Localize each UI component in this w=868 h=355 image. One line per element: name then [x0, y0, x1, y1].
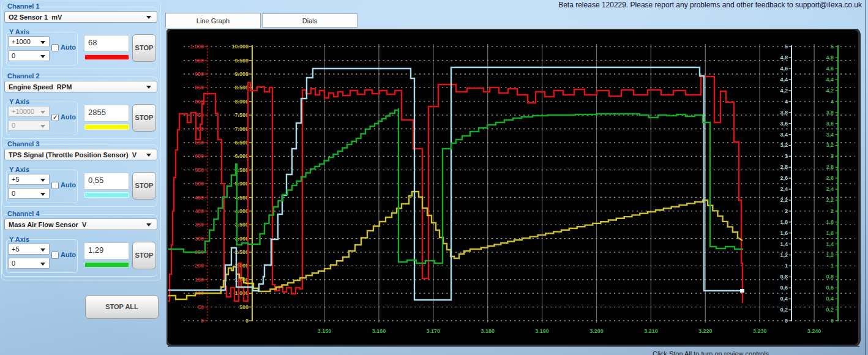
svg-text:3,4: 3,4 — [780, 132, 788, 138]
svg-text:3.210: 3.210 — [644, 328, 658, 334]
svg-text:300: 300 — [195, 236, 204, 242]
svg-text:2,2: 2,2 — [780, 197, 788, 203]
svg-text:600: 600 — [195, 153, 204, 159]
svg-text:2,4: 2,4 — [826, 186, 834, 192]
svg-text:10.000: 10.000 — [231, 43, 249, 50]
svg-text:3.220: 3.220 — [698, 328, 713, 334]
svg-text:1.000: 1.000 — [234, 290, 249, 296]
svg-text:5: 5 — [785, 43, 788, 50]
svg-text:350: 350 — [195, 222, 204, 228]
svg-text:0: 0 — [201, 318, 204, 324]
svg-text:0,8: 0,8 — [780, 274, 788, 280]
svg-text:7.500: 7.500 — [234, 112, 249, 118]
svg-text:1,6: 1,6 — [826, 230, 834, 236]
svg-text:2,4: 2,4 — [780, 186, 788, 192]
svg-text:3.180: 3.180 — [481, 328, 495, 334]
svg-text:0: 0 — [831, 318, 834, 324]
svg-text:9.500: 9.500 — [234, 58, 249, 64]
svg-text:200: 200 — [195, 263, 204, 269]
svg-text:900: 900 — [195, 71, 204, 77]
svg-text:0,2: 0,2 — [826, 307, 834, 313]
svg-text:3.240: 3.240 — [807, 328, 821, 334]
svg-text:6.000: 6.000 — [234, 153, 249, 159]
svg-text:2,8: 2,8 — [826, 164, 834, 170]
svg-text:850: 850 — [195, 84, 204, 91]
svg-text:9.000: 9.000 — [234, 71, 249, 77]
svg-text:1,4: 1,4 — [826, 241, 834, 247]
svg-text:1,8: 1,8 — [780, 219, 788, 225]
svg-text:0: 0 — [785, 318, 788, 324]
svg-text:5: 5 — [831, 43, 834, 50]
svg-text:1,2: 1,2 — [826, 252, 834, 258]
svg-text:450: 450 — [195, 195, 204, 201]
svg-text:7.000: 7.000 — [234, 126, 249, 132]
svg-text:3: 3 — [785, 153, 788, 159]
svg-text:2,6: 2,6 — [780, 175, 788, 181]
svg-text:2,8: 2,8 — [780, 164, 788, 170]
svg-text:4,4: 4,4 — [826, 77, 834, 83]
svg-text:4: 4 — [831, 99, 834, 105]
svg-text:0,6: 0,6 — [780, 285, 788, 291]
svg-text:2,2: 2,2 — [826, 197, 834, 203]
svg-text:0,6: 0,6 — [826, 285, 834, 291]
svg-text:4: 4 — [785, 99, 788, 105]
svg-text:3,2: 3,2 — [826, 142, 834, 148]
svg-text:4,6: 4,6 — [780, 65, 788, 72]
svg-text:1,8: 1,8 — [826, 219, 834, 225]
svg-text:4,8: 4,8 — [780, 54, 788, 61]
svg-text:1: 1 — [831, 263, 834, 269]
svg-text:650: 650 — [195, 140, 204, 146]
svg-text:500: 500 — [195, 181, 204, 187]
svg-text:550: 550 — [195, 167, 204, 173]
svg-text:3,2: 3,2 — [780, 142, 788, 148]
svg-text:950: 950 — [195, 58, 204, 64]
svg-text:2: 2 — [831, 208, 834, 214]
svg-text:3.230: 3.230 — [753, 328, 767, 334]
svg-text:0,4: 0,4 — [826, 296, 834, 302]
svg-text:3,4: 3,4 — [826, 132, 834, 138]
svg-text:1,6: 1,6 — [780, 230, 788, 236]
svg-text:6.500: 6.500 — [234, 140, 249, 146]
svg-text:4,2: 4,2 — [826, 88, 834, 94]
svg-text:3,8: 3,8 — [780, 110, 788, 116]
svg-text:3.150: 3.150 — [318, 328, 332, 334]
svg-text:50: 50 — [198, 304, 204, 310]
svg-text:3.200: 3.200 — [589, 328, 604, 334]
svg-text:1.000: 1.000 — [190, 43, 204, 50]
svg-text:4,2: 4,2 — [780, 88, 788, 94]
svg-text:3.190: 3.190 — [535, 328, 549, 334]
svg-text:8.000: 8.000 — [234, 99, 249, 105]
svg-text:1,2: 1,2 — [780, 252, 788, 258]
svg-text:2,6: 2,6 — [826, 175, 834, 181]
svg-text:3.170: 3.170 — [427, 328, 441, 334]
svg-text:4,4: 4,4 — [780, 77, 788, 83]
svg-text:3,6: 3,6 — [780, 121, 788, 127]
svg-text:4,6: 4,6 — [826, 65, 834, 72]
svg-text:3.160: 3.160 — [372, 328, 386, 334]
svg-text:0,8: 0,8 — [826, 274, 834, 280]
svg-text:3: 3 — [831, 153, 834, 159]
svg-text:4,8: 4,8 — [826, 54, 834, 61]
svg-text:0,4: 0,4 — [780, 296, 788, 302]
svg-text:150: 150 — [195, 277, 204, 283]
svg-text:0: 0 — [245, 318, 249, 324]
svg-text:500: 500 — [239, 304, 249, 310]
svg-text:0,2: 0,2 — [780, 307, 788, 313]
svg-text:8.500: 8.500 — [234, 84, 249, 91]
svg-text:1,4: 1,4 — [780, 241, 788, 247]
svg-text:2: 2 — [785, 208, 788, 214]
svg-text:3,8: 3,8 — [826, 110, 834, 116]
svg-text:3,6: 3,6 — [826, 121, 834, 127]
svg-text:1: 1 — [785, 263, 788, 269]
svg-text:400: 400 — [195, 208, 204, 214]
